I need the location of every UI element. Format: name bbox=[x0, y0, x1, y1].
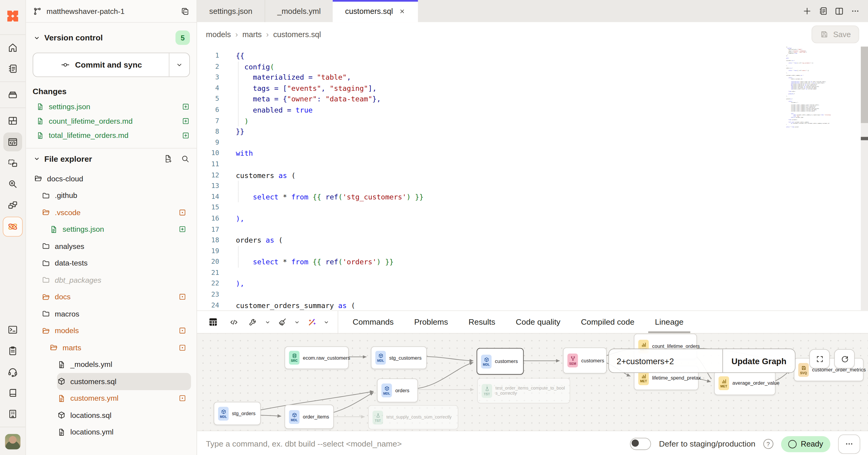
compare-icon[interactable] bbox=[3, 196, 22, 214]
panel-tab-commands[interactable]: Commands bbox=[352, 311, 394, 333]
split-editor-button[interactable] bbox=[834, 6, 844, 16]
tab-customers-sql[interactable]: customers.sql bbox=[333, 0, 418, 22]
commit-and-sync-button[interactable]: Commit and sync bbox=[33, 53, 169, 76]
breadcrumb-part[interactable]: models bbox=[206, 30, 231, 39]
notebook-icon[interactable] bbox=[3, 59, 22, 78]
chevron-down-icon[interactable] bbox=[293, 318, 301, 325]
dbt-logo[interactable] bbox=[0, 0, 25, 32]
lineage-node-ecom-raw-customers[interactable]: SRCecom.raw_customers bbox=[284, 346, 349, 369]
user-avatar[interactable] bbox=[5, 434, 21, 449]
code-line-19[interactable]: 19 bbox=[197, 246, 868, 257]
editor-scrollbar[interactable] bbox=[861, 47, 868, 310]
code-line-12[interactable]: 12customers as ( bbox=[197, 170, 868, 181]
file-tree-item-analyses[interactable]: analyses bbox=[26, 238, 196, 255]
code-line-14[interactable]: 14 select * from {{ ref('stg_customers')… bbox=[197, 192, 868, 202]
more-options-button[interactable] bbox=[838, 434, 860, 454]
editor-scrollbar-thumb[interactable] bbox=[861, 47, 868, 123]
preview-table-icon[interactable] bbox=[205, 314, 221, 331]
lineage-node-test-supply-costs-sum-correctly[interactable]: TSTtest_supply_costs_sum_correctly bbox=[368, 405, 458, 430]
grid-icon[interactable] bbox=[3, 111, 22, 130]
command-input[interactable] bbox=[205, 439, 623, 449]
code-line-6[interactable]: 6 enabled = true bbox=[197, 105, 868, 116]
building-icon[interactable] bbox=[3, 405, 22, 423]
code-line-17[interactable]: 17 bbox=[197, 224, 868, 235]
home-icon[interactable] bbox=[3, 38, 22, 57]
lineage-node-stg-orders[interactable]: MDLstg_orders bbox=[214, 402, 261, 425]
code-line-3[interactable]: 3 materialized = "table", bbox=[197, 72, 868, 83]
build-wrench-icon[interactable] bbox=[246, 314, 260, 331]
file-tree-item-customers-yml[interactable]: customers.yml bbox=[26, 390, 196, 407]
version-control-header[interactable]: Version control 5 bbox=[26, 23, 196, 49]
panel-tab-compiled-code[interactable]: Compiled code bbox=[581, 311, 634, 333]
file-tree-item-docs-cloud[interactable]: docs-cloud bbox=[26, 170, 196, 187]
status-badge[interactable]: Ready bbox=[781, 436, 830, 452]
code-line-15[interactable]: 15 bbox=[197, 202, 868, 213]
stack-icon[interactable] bbox=[3, 85, 22, 104]
code-line-13[interactable]: 13 bbox=[197, 181, 868, 192]
panel-tab-code-quality[interactable]: Code quality bbox=[516, 311, 560, 333]
code-line-11[interactable]: 11 bbox=[197, 159, 868, 170]
copy-branch-icon[interactable] bbox=[181, 6, 190, 16]
lineage-node-orders[interactable]: MDLorders bbox=[377, 378, 418, 402]
stage-plus-icon[interactable] bbox=[181, 102, 190, 111]
breadcrumb-part[interactable]: marts bbox=[242, 30, 261, 39]
notebook-button[interactable] bbox=[818, 6, 828, 16]
book-icon[interactable] bbox=[3, 383, 22, 402]
lineage-node-customers[interactable]: MDLcustomers bbox=[476, 348, 524, 374]
file-tree-item--models-yml[interactable]: _models.yml bbox=[26, 356, 196, 373]
code-line-24[interactable]: 24customer_orders_summary as ( bbox=[197, 300, 868, 311]
headset-icon[interactable] bbox=[3, 362, 22, 381]
file-tree-item-locations-yml[interactable]: locations.yml bbox=[26, 424, 196, 440]
tab-settings-json[interactable]: settings.json bbox=[197, 0, 265, 22]
stage-plus-icon[interactable] bbox=[181, 131, 190, 139]
code-line-9[interactable]: 9 bbox=[197, 137, 868, 148]
code-line-23[interactable]: 23 bbox=[197, 289, 868, 300]
file-explorer-header[interactable]: File explorer bbox=[26, 148, 196, 169]
file-tree-item-macros[interactable]: macros bbox=[26, 305, 196, 322]
update-graph-button[interactable]: Update Graph bbox=[722, 349, 795, 372]
format-broom-icon[interactable] bbox=[275, 314, 290, 331]
lineage-node-order-items[interactable]: MDLorder_items bbox=[284, 405, 334, 429]
editor-minimap[interactable]: {{ config( materialized = "table", tags … bbox=[786, 47, 854, 131]
changed-file-row[interactable]: count_lifetime_orders.md bbox=[26, 114, 196, 128]
dashed-box-icon[interactable] bbox=[3, 153, 22, 172]
panel-tab-results[interactable]: Results bbox=[469, 311, 495, 333]
save-button[interactable]: Save bbox=[812, 25, 859, 43]
file-tree-item-customers-sql[interactable]: customers.sql bbox=[26, 373, 196, 390]
file-tree-item--vscode[interactable]: .vscode bbox=[26, 204, 196, 221]
code-line-7[interactable]: 7 ) bbox=[197, 116, 868, 126]
file-tree-item-docs[interactable]: docs bbox=[26, 288, 196, 305]
code-line-20[interactable]: 20 select * from {{ ref('orders') }} bbox=[197, 257, 868, 267]
new-file-icon[interactable] bbox=[163, 154, 173, 164]
code-line-8[interactable]: 8}} bbox=[197, 126, 868, 137]
search-files-icon[interactable] bbox=[181, 154, 190, 164]
code-line-10[interactable]: 10with bbox=[197, 148, 868, 159]
file-tree-item-settings-json[interactable]: settings.json bbox=[26, 221, 196, 238]
stage-plus-icon[interactable] bbox=[181, 117, 190, 125]
file-tree-item-marts[interactable]: marts bbox=[26, 339, 196, 356]
code-line-22[interactable]: 22), bbox=[197, 279, 868, 289]
code-line-21[interactable]: 21 bbox=[197, 267, 868, 279]
copilot-wand-icon[interactable] bbox=[304, 314, 319, 331]
changed-file-row[interactable]: total_lifetime_orders.md bbox=[26, 128, 196, 142]
file-tree-item-dbt-packages[interactable]: dbt_packages bbox=[26, 272, 196, 288]
code-tag-icon[interactable] bbox=[225, 314, 242, 331]
code-line-18[interactable]: 18orders as ( bbox=[197, 235, 868, 246]
lineage-node-customers[interactable]: SEMcustomers bbox=[563, 348, 607, 373]
new-tab-button[interactable] bbox=[802, 6, 812, 16]
clipboard-icon[interactable] bbox=[3, 341, 22, 360]
breadcrumb-part[interactable]: customers.sql bbox=[273, 30, 321, 39]
lineage-node-test-order-items-compute-to-bools-correctly[interactable]: TSTtest_order_items_compute_to_bools_cor… bbox=[477, 378, 570, 403]
lineage-node-average-order-value[interactable]: METaverage_order_value bbox=[714, 371, 775, 395]
stage-plus-icon[interactable] bbox=[178, 225, 187, 233]
file-tree-item--github[interactable]: .github bbox=[26, 187, 196, 204]
lineage-canvas[interactable]: SRCecom.raw_customersMDLstg_customersMDL… bbox=[197, 333, 868, 431]
lineage-fullscreen-button[interactable] bbox=[809, 349, 830, 368]
editor-more-button[interactable] bbox=[850, 6, 860, 16]
commit-options-dropdown[interactable] bbox=[169, 53, 189, 76]
lineage-refresh-button[interactable] bbox=[834, 349, 855, 368]
defer-toggle[interactable] bbox=[630, 438, 651, 450]
code-editor[interactable]: 1{{2 config(3 materialized = "table",4 t… bbox=[197, 47, 868, 310]
chevron-down-icon[interactable] bbox=[264, 318, 271, 325]
atom-icon[interactable] bbox=[3, 217, 23, 236]
